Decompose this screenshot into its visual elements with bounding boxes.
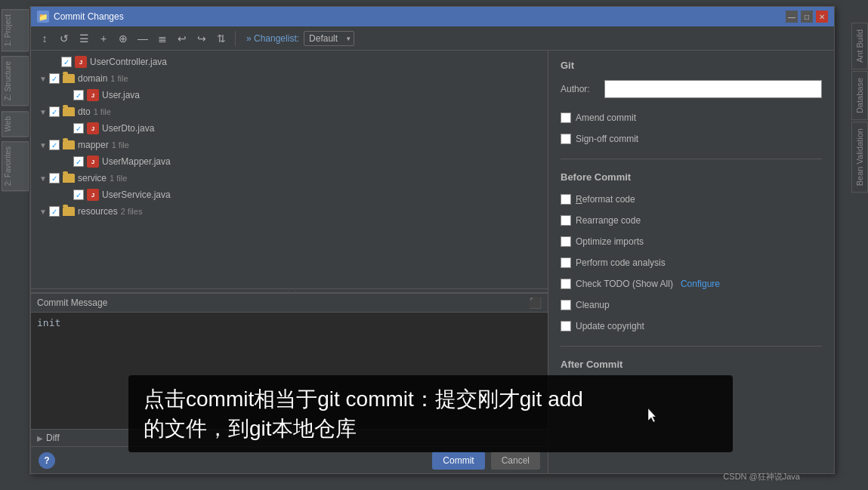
watermark: CSDN @狂神说Java bbox=[723, 471, 800, 482]
update-copyright-row: Update copyright bbox=[561, 319, 822, 334]
sidebar-item-project[interactable]: 1: Project bbox=[2, 9, 29, 51]
cursor bbox=[648, 408, 656, 422]
optimize-imports-row: Optimize imports bbox=[561, 234, 822, 249]
file-checkbox[interactable] bbox=[73, 190, 84, 200]
file-checkbox[interactable] bbox=[73, 123, 84, 134]
folder-checkbox[interactable] bbox=[49, 206, 60, 217]
toolbar-btn-expand[interactable]: ⇅ bbox=[212, 29, 230, 48]
author-input[interactable] bbox=[604, 80, 822, 98]
folder-icon bbox=[63, 74, 75, 83]
tree-arrow: ▼ bbox=[37, 141, 49, 149]
toolbar-btn-diff[interactable]: ↪ bbox=[193, 29, 211, 48]
folder-name: dto bbox=[78, 106, 91, 117]
list-item[interactable]: ▼ dto 1 file bbox=[31, 103, 548, 120]
sidebar-item-web[interactable]: Web bbox=[2, 111, 29, 137]
caption-line1: 点击commit相当于git commit：提交刚才git add bbox=[144, 384, 718, 414]
toolbar-btn-move[interactable]: ⊕ bbox=[114, 29, 132, 48]
toolbar-btn-undo[interactable]: ↩ bbox=[173, 29, 191, 48]
list-item[interactable]: ▼ mapper 1 file bbox=[31, 137, 548, 153]
file-count: 1 file bbox=[110, 74, 128, 83]
folder-checkbox[interactable] bbox=[49, 140, 60, 150]
svg-marker-0 bbox=[648, 408, 656, 422]
file-count: 1 file bbox=[112, 140, 129, 149]
left-ide-panel: 1: Project Z: Structure Web 2: Favorites bbox=[0, 6, 30, 474]
folder-name: service bbox=[78, 173, 107, 183]
tree-arrow: ▼ bbox=[37, 108, 49, 116]
folder-name: resources bbox=[78, 206, 118, 217]
update-copyright-checkbox[interactable] bbox=[561, 321, 571, 331]
list-item[interactable]: J User.java bbox=[31, 87, 548, 103]
code-analysis-checkbox[interactable] bbox=[561, 257, 571, 268]
title-bar: 📁 Commit Changes — □ ✕ bbox=[31, 7, 834, 26]
folder-checkbox[interactable] bbox=[49, 173, 60, 183]
amend-commit-label: Amend commit bbox=[576, 112, 636, 123]
maximize-button[interactable]: □ bbox=[801, 11, 813, 23]
close-button[interactable]: ✕ bbox=[816, 11, 828, 23]
file-count: 1 file bbox=[110, 174, 127, 183]
rearrange-code-checkbox[interactable] bbox=[561, 215, 571, 226]
file-name: UserService.java bbox=[102, 190, 171, 200]
update-copyright-label: Update copyright bbox=[576, 321, 644, 331]
check-todo-checkbox[interactable] bbox=[561, 279, 571, 289]
cleanup-label: Cleanup bbox=[576, 300, 610, 310]
cancel-button[interactable]: Cancel bbox=[491, 451, 540, 470]
file-count: 1 file bbox=[94, 107, 111, 116]
sign-off-row: Sign-off commit bbox=[561, 131, 822, 146]
sidebar-item-structure[interactable]: Z: Structure bbox=[2, 56, 29, 106]
commit-button[interactable]: Commit bbox=[432, 451, 484, 470]
list-item[interactable]: J UserDto.java bbox=[31, 120, 548, 137]
amend-commit-row: Amend commit bbox=[561, 110, 822, 125]
toolbar-btn-view[interactable]: ☰ bbox=[75, 29, 93, 48]
list-item[interactable]: J UserService.java bbox=[31, 186, 548, 203]
vtab-database[interactable]: Database bbox=[851, 71, 868, 120]
folder-icon bbox=[63, 140, 75, 149]
file-checkbox[interactable] bbox=[73, 90, 84, 100]
folder-name: domain bbox=[78, 73, 107, 84]
sign-off-checkbox[interactable] bbox=[561, 134, 571, 144]
cleanup-checkbox[interactable] bbox=[561, 300, 571, 310]
title-bar-controls: — □ ✕ bbox=[786, 11, 828, 23]
list-item[interactable]: ▼ service 1 file bbox=[31, 170, 548, 186]
toolbar-btn-jump[interactable]: ↕ bbox=[36, 29, 54, 48]
vtab-ant-build[interactable]: Ant Build bbox=[851, 23, 868, 69]
folder-checkbox[interactable] bbox=[49, 73, 60, 84]
optimize-imports-checkbox[interactable] bbox=[561, 236, 571, 247]
list-item[interactable]: ▼ resources 2 files bbox=[31, 203, 548, 220]
list-item[interactable]: J UserMapper.java bbox=[31, 153, 548, 170]
help-button[interactable]: ? bbox=[39, 452, 55, 469]
vtab-bean-validation[interactable]: Bean Validation bbox=[851, 122, 868, 193]
list-item[interactable]: J UserController.java bbox=[31, 54, 548, 70]
list-item[interactable]: ▼ domain 1 file bbox=[31, 70, 548, 87]
git-title: Git bbox=[561, 60, 822, 71]
java-icon: J bbox=[87, 189, 99, 201]
toolbar-btn-group[interactable]: ≣ bbox=[153, 29, 171, 48]
file-name: UserDto.java bbox=[102, 123, 154, 134]
after-commit-divider bbox=[561, 346, 822, 347]
caption-overlay: 点击commit相当于git commit：提交刚才git add 的文件，到g… bbox=[128, 375, 733, 452]
sidebar-item-favorites[interactable]: 2: Favorites bbox=[2, 141, 29, 191]
optimize-imports-label: Optimize imports bbox=[576, 236, 644, 247]
commit-icon: 📁 bbox=[37, 11, 49, 23]
code-analysis-row: Perform code analysis bbox=[561, 255, 822, 270]
commit-message-label: Commit Message bbox=[37, 297, 107, 308]
file-checkbox[interactable] bbox=[73, 156, 84, 167]
file-tree: J UserController.java ▼ domain 1 file bbox=[31, 51, 548, 288]
folder-name: mapper bbox=[78, 140, 109, 150]
reformat-code-row: Reformat code bbox=[561, 192, 822, 207]
folder-checkbox[interactable] bbox=[49, 106, 60, 117]
minimize-button[interactable]: — bbox=[786, 11, 798, 23]
diff-label: Diff bbox=[46, 433, 60, 443]
reformat-code-checkbox[interactable] bbox=[561, 194, 571, 205]
file-checkbox[interactable] bbox=[61, 57, 72, 67]
check-todo-row: Check TODO (Show All) Configure bbox=[561, 276, 822, 291]
amend-commit-checkbox[interactable] bbox=[561, 112, 571, 123]
before-commit-title: Before Commit bbox=[561, 171, 822, 183]
toolbar-btn-refresh[interactable]: ↺ bbox=[55, 29, 73, 48]
toolbar-btn-remove[interactable]: — bbox=[134, 29, 152, 48]
configure-link[interactable]: Configure bbox=[681, 279, 720, 289]
toolbar-btn-add[interactable]: + bbox=[94, 29, 113, 48]
changelist-dropdown[interactable]: Default bbox=[304, 31, 354, 46]
diff-arrow: ▶ bbox=[37, 434, 43, 442]
author-label: Author: bbox=[561, 84, 598, 94]
java-icon: J bbox=[87, 122, 99, 134]
